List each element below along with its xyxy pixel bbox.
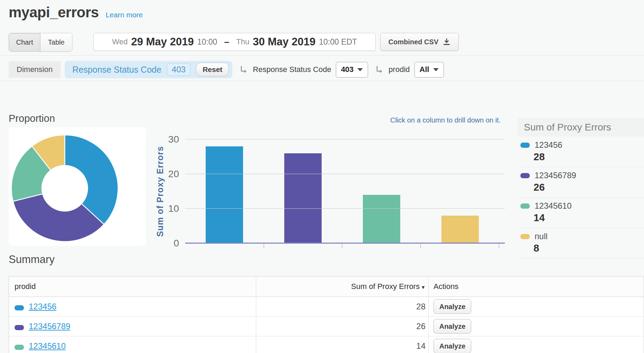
drilldown-arrow-icon — [239, 65, 248, 74]
analyze-button-123456789[interactable]: Analyze — [433, 319, 471, 334]
legend-item-123456: 12345628 — [518, 137, 644, 167]
x-axis-tick — [263, 244, 264, 248]
legend-label: 12345610 — [535, 201, 572, 211]
status-code-dropdown[interactable]: 403 — [336, 62, 368, 78]
date-start-time: 10:00 — [197, 37, 217, 47]
legend-swatch — [520, 173, 530, 178]
prodid-link-123456789[interactable]: 123456789 — [29, 322, 70, 331]
proportion-donut-chart — [9, 127, 146, 246]
proxy-errors-value: 28 — [256, 297, 429, 317]
tab-table[interactable]: Table — [41, 33, 72, 51]
chevron-down-icon — [357, 68, 363, 71]
table-row-123456789: 12345678926Analyze — [9, 317, 644, 336]
view-toggle: Chart Table — [9, 33, 72, 52]
filter-bar: Dimension Response Status Code 403 Reset… — [9, 61, 444, 78]
legend-item-null: null8 — [518, 228, 644, 259]
legend-item-12345610: 1234561014 — [518, 198, 644, 228]
drilldown-arrow-icon — [375, 65, 384, 74]
sort-desc-icon: ▼ — [421, 284, 426, 290]
legend-value: 8 — [534, 243, 644, 254]
proxy-errors-value: 14 — [256, 336, 429, 353]
bar-slot — [185, 139, 264, 243]
table-row-12345610: 1234561014Analyze — [9, 336, 644, 353]
bar-slot — [264, 139, 342, 243]
date-end-time: 10:00 EDT — [319, 37, 357, 47]
x-axis-tick — [499, 244, 499, 248]
bar-column-123456789[interactable] — [284, 153, 322, 243]
status-code-dropdown-value: 403 — [341, 65, 354, 74]
column-header-actions: Actions — [429, 277, 644, 297]
download-icon — [443, 38, 450, 46]
x-axis-tick — [342, 244, 342, 248]
y-tick-label-0: 0 — [151, 238, 179, 249]
y-tick-label-30: 30 — [151, 134, 179, 145]
date-range-picker[interactable]: Wed 29 May 2019 10:00 – Thu 30 May 2019 … — [93, 33, 376, 51]
row-swatch — [15, 325, 24, 330]
analyze-button-123456[interactable]: Analyze — [433, 299, 471, 314]
date-end-day: Thu — [236, 37, 249, 46]
divider — [0, 81, 644, 81]
legend-swatch — [520, 234, 530, 239]
prodid-link-12345610[interactable]: 12345610 — [29, 341, 66, 351]
bar-slot — [421, 139, 499, 243]
prodid-dropdown[interactable]: All — [414, 62, 444, 78]
bar-series — [185, 139, 499, 243]
bar-column-123456[interactable] — [206, 146, 243, 243]
chevron-down-icon — [433, 68, 439, 71]
gridline-10 — [185, 208, 505, 209]
column-header-sum-of-proxy-errors[interactable]: Sum of Proxy Errors▼ — [256, 277, 429, 297]
analyze-button-12345610[interactable]: Analyze — [433, 339, 471, 353]
prodid-dropdown-value: All — [420, 65, 429, 74]
summary-title: Summary — [9, 253, 55, 266]
report-page: myapi_errors Learn more Chart Table Wed … — [0, 0, 644, 353]
row-swatch — [15, 305, 24, 310]
bar-slot — [342, 139, 421, 243]
reset-button[interactable]: Reset — [196, 63, 229, 76]
date-start-date: 29 May 2019 — [131, 36, 194, 48]
divider — [0, 55, 644, 56]
summary-header-row: prodid Sum of Proxy Errors▼ Actions — [9, 277, 644, 297]
legend-item-123456789: 12345678926 — [518, 167, 644, 198]
y-axis-tick-labels: 0102030 — [149, 139, 182, 243]
x-axis-tick — [420, 244, 421, 248]
x-axis-line — [185, 243, 505, 244]
date-range-separator: – — [224, 37, 229, 47]
learn-more-link[interactable]: Learn more — [106, 11, 143, 19]
bar-chart-plot — [185, 139, 505, 243]
page-title: myapi_errors — [9, 4, 99, 21]
gridline-30 — [185, 139, 505, 139]
legend-swatch — [520, 143, 530, 148]
drilldown-status-code: Response Status Code 403 — [239, 62, 368, 78]
legend-value: 26 — [534, 182, 644, 193]
dimension-label: Dimension — [9, 61, 61, 78]
legend-value: 14 — [534, 212, 644, 224]
legend-value: 28 — [534, 151, 644, 163]
prodid-link-123456[interactable]: 123456 — [29, 302, 56, 311]
combined-csv-label: Combined CSV — [388, 38, 438, 46]
page-header: myapi_errors Learn more — [9, 4, 143, 21]
date-start-day: Wed — [112, 37, 128, 46]
date-end-date: 30 May 2019 — [253, 36, 315, 48]
legend-label: null — [535, 232, 547, 241]
y-tick-label-20: 20 — [151, 169, 179, 180]
column-header-prodid: prodid — [9, 277, 256, 297]
summary-table: prodid Sum of Proxy Errors▼ Actions 1234… — [9, 276, 644, 353]
legend-label: 123456789 — [535, 171, 576, 180]
y-tick-label-10: 10 — [151, 203, 179, 214]
proportion-donut-panel — [9, 127, 146, 246]
proportion-title: Proportion — [9, 113, 55, 124]
bar-column-12345610[interactable] — [363, 195, 400, 243]
legend-title: Sum of Proxy Errors — [518, 118, 644, 137]
legend-swatch — [520, 203, 530, 209]
table-row-123456: 12345628Analyze — [9, 297, 644, 317]
bar-column-null[interactable] — [441, 216, 479, 243]
legend-rows: 12345628123456789261234561014null8 — [518, 137, 644, 259]
row-swatch — [15, 345, 24, 350]
active-filter-chip: Response Status Code 403 Reset — [65, 61, 232, 78]
tab-chart[interactable]: Chart — [9, 33, 41, 51]
combined-csv-button[interactable]: Combined CSV — [380, 33, 459, 51]
active-filter-value: 403 — [167, 63, 190, 76]
drilldown-prodid: prodid All — [375, 62, 444, 78]
legend-label: 123456 — [535, 140, 562, 150]
drilldown-label: Response Status Code — [253, 65, 331, 74]
